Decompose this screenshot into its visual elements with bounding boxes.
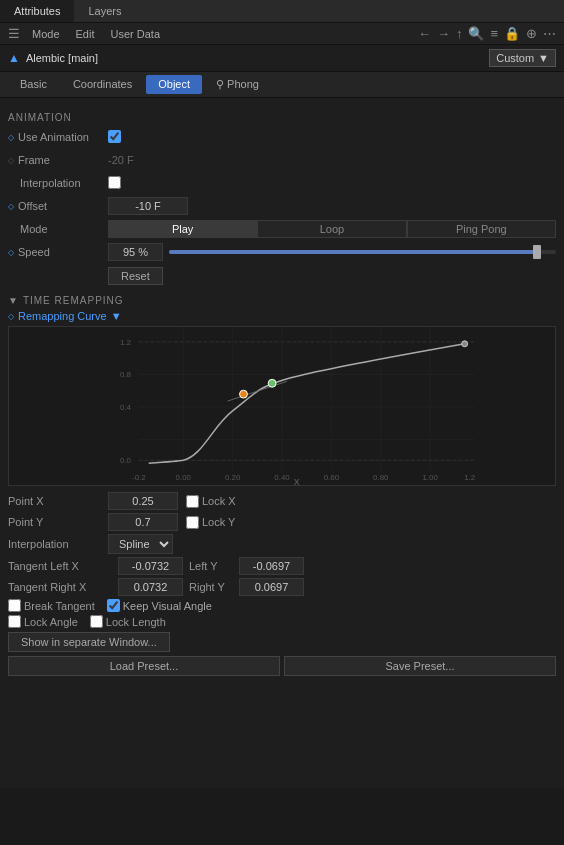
remapping-diamond-icon: ◇ [8, 312, 14, 321]
interpolation-select[interactable]: Spline Linear Step [108, 534, 173, 554]
add-icon[interactable]: ⊕ [526, 26, 537, 41]
sub-tabs: Basic Coordinates Object ⚲ Phong [0, 72, 564, 98]
remapping-curve-label[interactable]: ◇ Remapping Curve ▼ [8, 310, 556, 322]
time-remapping-header[interactable]: ▼ TIME REMAPPING [8, 295, 556, 306]
left-y-label: Left Y [189, 560, 239, 572]
offset-input[interactable] [108, 197, 188, 215]
lock-length-checkbox[interactable] [90, 615, 103, 628]
svg-text:-0.2: -0.2 [132, 473, 146, 482]
frame-row: ◇ Frame -20 F [8, 150, 556, 170]
svg-text:0.00: 0.00 [176, 473, 192, 482]
menu-icon[interactable]: ☰ [8, 26, 20, 41]
edit-menu[interactable]: Edit [72, 28, 99, 40]
tab-attributes[interactable]: Attributes [0, 0, 74, 22]
title-bar: ▲ Alembic [main] Custom ▼ [0, 45, 564, 72]
tangent-left-x-row: Tangent Left X Left Y [8, 557, 556, 575]
tab-phong[interactable]: ⚲ Phong [204, 75, 271, 94]
speed-slider[interactable] [169, 250, 556, 254]
tab-layers[interactable]: Layers [74, 0, 135, 22]
back-icon[interactable]: ← [418, 26, 431, 41]
speed-fill [169, 250, 537, 254]
use-animation-value [108, 130, 556, 145]
svg-point-30 [462, 341, 468, 347]
interpolation-row: Interpolation [8, 173, 556, 193]
section-chevron-icon: ▼ [8, 295, 19, 306]
point-y-input[interactable] [108, 513, 178, 531]
right-y-input[interactable] [239, 578, 304, 596]
diamond-icon: ◇ [8, 133, 14, 142]
search-icon[interactable]: 🔍 [468, 26, 484, 41]
tab-coordinates[interactable]: Coordinates [61, 75, 144, 94]
left-y-input[interactable] [239, 557, 304, 575]
show-window-button[interactable]: Show in separate Window... [8, 632, 170, 652]
keep-visual-angle-checkbox[interactable] [107, 599, 120, 612]
lock-angle-checkbox[interactable] [8, 615, 21, 628]
svg-text:0.40: 0.40 [274, 473, 290, 482]
tangent-left-x-input[interactable] [118, 557, 183, 575]
frame-label: ◇ Frame [8, 154, 108, 166]
main-content: ANIMATION ◇ Use Animation ◇ Frame -20 F … [0, 98, 564, 788]
break-tangent-checkbox[interactable] [8, 599, 21, 612]
mode-row: Mode Play Loop Ping Pong [8, 219, 556, 239]
forward-icon[interactable]: → [437, 26, 450, 41]
reset-row: Reset [8, 265, 556, 289]
reset-button[interactable]: Reset [108, 267, 163, 285]
user-data-menu[interactable]: User Data [107, 28, 165, 40]
frame-display: -20 F [108, 154, 134, 166]
curve-svg: 1.2 0.8 0.4 0.0 -0.2 0.00 0.20 0.40 0.60… [9, 327, 555, 485]
mode-pingpong-button[interactable]: Ping Pong [407, 220, 556, 238]
tangent-left-x-label: Tangent Left X [8, 560, 118, 572]
interp-row: Interpolation Spline Linear Step [8, 534, 556, 554]
preset-buttons: Load Preset... Save Preset... [8, 656, 556, 676]
tangent-right-x-input[interactable] [118, 578, 183, 596]
load-preset-button[interactable]: Load Preset... [8, 656, 280, 676]
mode-play-button[interactable]: Play [108, 220, 257, 238]
remapping-chevron-icon: ▼ [111, 310, 122, 322]
up-icon[interactable]: ↑ [456, 26, 463, 41]
use-animation-label: ◇ Use Animation [8, 131, 108, 143]
svg-text:1.00: 1.00 [422, 473, 438, 482]
tab-basic[interactable]: Basic [8, 75, 59, 94]
point-x-input[interactable] [108, 492, 178, 510]
mode-loop-button[interactable]: Loop [257, 220, 406, 238]
more-icon[interactable]: ⋯ [543, 26, 556, 41]
lock-angle-label: Lock Angle [8, 615, 78, 628]
mode-buttons: Play Loop Ping Pong [108, 220, 556, 238]
tab-object[interactable]: Object [146, 75, 202, 94]
lock-length-label: Lock Length [90, 615, 166, 628]
title-text: Alembic [main] [26, 52, 489, 64]
alembic-icon: ▲ [8, 51, 20, 65]
tangent-options-row: Break Tangent Keep Visual Angle [8, 599, 556, 612]
use-animation-row: ◇ Use Animation [8, 127, 556, 147]
frame-value: -20 F [108, 154, 556, 166]
speed-diamond-icon: ◇ [8, 248, 14, 257]
lock-x-checkbox[interactable] [186, 495, 199, 508]
tangent-right-x-label: Tangent Right X [8, 581, 118, 593]
list-icon[interactable]: ≡ [490, 26, 498, 41]
lock-y-checkbox[interactable] [186, 516, 199, 529]
tangent-right-x-row: Tangent Right X Right Y [8, 578, 556, 596]
mode-menu[interactable]: Mode [28, 28, 64, 40]
lock-icon[interactable]: 🔒 [504, 26, 520, 41]
offset-row: ◇ Offset [8, 196, 556, 216]
svg-text:0.80: 0.80 [373, 473, 389, 482]
curve-area[interactable]: 1.2 0.8 0.4 0.0 -0.2 0.00 0.20 0.40 0.60… [8, 326, 556, 486]
lock-y-checkbox-label: Lock Y [186, 516, 235, 529]
toolbar-right: ← → ↑ 🔍 ≡ 🔒 ⊕ ⋯ [418, 26, 556, 41]
point-controls: Point X Lock X Point Y Lock Y Interpolat… [8, 492, 556, 676]
offset-label: ◇ Offset [8, 200, 108, 212]
interpolation-checkbox[interactable] [108, 176, 121, 189]
lock-options-row: Lock Angle Lock Length [8, 615, 556, 628]
preset-dropdown[interactable]: Custom ▼ [489, 49, 556, 67]
point-y-label: Point Y [8, 516, 108, 528]
interpolation-label: Interpolation [8, 177, 108, 189]
preset-value: Custom [496, 52, 534, 64]
speed-row: ◇ Speed 95 % [8, 242, 556, 262]
speed-thumb[interactable] [533, 245, 541, 259]
svg-text:0.20: 0.20 [225, 473, 241, 482]
point-x-label: Point X [8, 495, 108, 507]
svg-text:0.0: 0.0 [120, 456, 132, 465]
save-preset-button[interactable]: Save Preset... [284, 656, 556, 676]
lock-x-checkbox-label: Lock X [186, 495, 236, 508]
use-animation-checkbox[interactable] [108, 130, 121, 143]
